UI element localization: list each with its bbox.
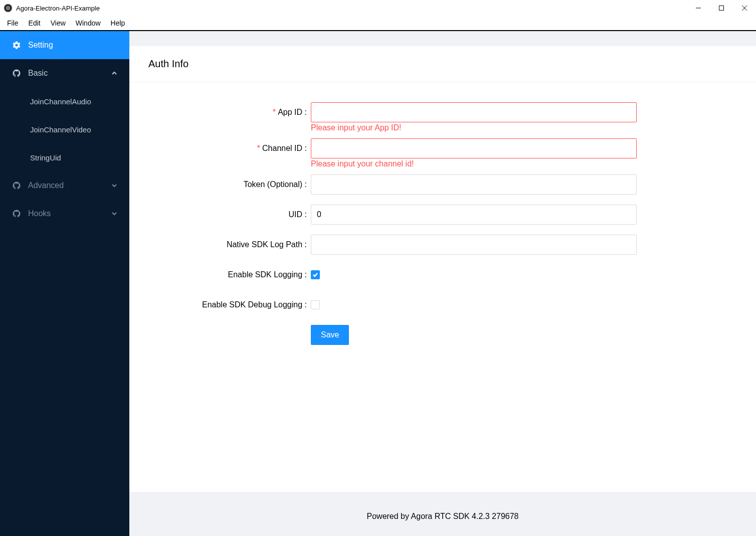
gear-icon	[12, 41, 21, 50]
sidebar-item-setting[interactable]: Setting	[0, 31, 129, 59]
svg-rect-2	[719, 6, 724, 11]
sidebar-subitem-label: JoinChannelVideo	[30, 125, 91, 134]
app-icon	[4, 4, 12, 12]
close-button[interactable]	[733, 0, 756, 16]
save-button[interactable]: Save	[311, 325, 349, 345]
token-input[interactable]	[311, 174, 637, 195]
chevron-up-icon	[111, 70, 117, 76]
field-label-uid: UID	[289, 210, 303, 219]
enable-logging-checkbox[interactable]	[311, 270, 320, 279]
sidebar-subitem-joinchannelaudio[interactable]: JoinChannelAudio	[0, 87, 129, 115]
required-mark: *	[257, 144, 260, 153]
menubar: File Edit View Window Help	[0, 16, 756, 31]
app-id-error: Please input your App ID!	[311, 123, 637, 132]
field-label-log-path: Native SDK Log Path	[227, 240, 302, 249]
required-mark: *	[273, 108, 276, 117]
field-label-enable-logging: Enable SDK Logging	[228, 270, 303, 279]
menu-help[interactable]: Help	[106, 17, 130, 29]
field-label-token: Token (Optional)	[244, 180, 302, 189]
field-label-channel-id: Channel ID	[262, 144, 302, 153]
sidebar-group-label: Basic	[28, 69, 48, 78]
sidebar-group-label: Hooks	[28, 209, 51, 218]
log-path-input[interactable]	[311, 235, 637, 255]
window-title: Agora-Electron-API-Example	[16, 5, 100, 12]
menu-file[interactable]: File	[2, 17, 24, 29]
menu-view[interactable]: View	[46, 17, 71, 29]
chevron-down-icon	[111, 183, 117, 189]
enable-debug-logging-checkbox[interactable]	[311, 300, 320, 309]
sidebar-subitem-stringuid[interactable]: StringUid	[0, 143, 129, 171]
sidebar-group-basic[interactable]: Basic	[0, 59, 129, 87]
maximize-button[interactable]	[710, 0, 733, 16]
github-icon	[12, 69, 21, 78]
channel-id-input[interactable]	[311, 138, 637, 158]
sidebar-subitem-label: JoinChannelAudio	[30, 97, 91, 106]
channel-id-error: Please input your channel id!	[311, 159, 637, 168]
chevron-down-icon	[111, 211, 117, 217]
sidebar-group-advanced[interactable]: Advanced	[0, 171, 129, 200]
github-icon	[12, 181, 21, 190]
github-icon	[12, 209, 21, 218]
sidebar-subitem-joinchannelvideo[interactable]: JoinChannelVideo	[0, 115, 129, 143]
sidebar: Setting Basic JoinChannelAudio JoinChann…	[0, 31, 129, 536]
sidebar-subitem-label: StringUid	[30, 153, 61, 162]
titlebar: Agora-Electron-API-Example	[0, 0, 756, 16]
footer-text: Powered by Agora RTC SDK 4.2.3 279678	[129, 492, 756, 536]
field-label-app-id: App ID	[278, 108, 302, 117]
field-label-enable-debug-logging: Enable SDK Debug Logging	[202, 300, 302, 309]
uid-input[interactable]	[311, 205, 637, 225]
sidebar-group-hooks[interactable]: Hooks	[0, 200, 129, 228]
app-id-input[interactable]	[311, 102, 637, 122]
page-title: Auth Info	[129, 46, 756, 82]
menu-edit[interactable]: Edit	[24, 17, 46, 29]
minimize-button[interactable]	[687, 0, 710, 16]
sidebar-group-label: Advanced	[28, 181, 64, 190]
main-content: Auth Info *App ID : Please input your Ap…	[129, 31, 756, 536]
sidebar-item-label: Setting	[28, 41, 53, 50]
svg-point-0	[6, 6, 11, 11]
menu-window[interactable]: Window	[71, 17, 106, 29]
